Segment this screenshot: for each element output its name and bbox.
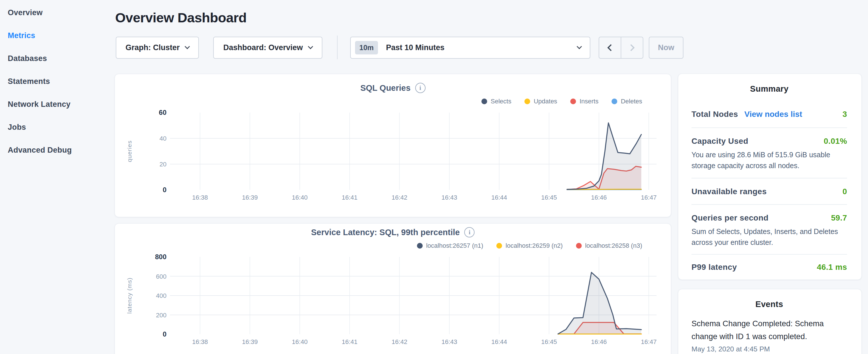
y-axis-tick-label: 60 <box>159 108 166 116</box>
qps-label: Queries per second <box>691 213 769 223</box>
x-axis-tick-label: 16:43 <box>441 194 457 201</box>
p99-latency-value: 46.1 ms <box>817 263 847 272</box>
x-axis-tick-label: 16:41 <box>342 338 358 345</box>
chart-title: Service Latency: SQL, 99th percentile <box>311 228 460 237</box>
chevron-down-icon <box>185 44 190 49</box>
legend-dot-icon <box>417 243 423 249</box>
summary-row-p99: P99 latency 46.1 ms <box>691 255 847 272</box>
toolbar-divider <box>337 35 338 59</box>
event-message[interactable]: Schema Change Completed: Schema change w… <box>691 317 847 343</box>
legend-dot-icon <box>496 243 502 249</box>
chevron-right-icon <box>627 44 634 51</box>
info-icon[interactable]: i <box>415 83 426 93</box>
dashboard-label: Dashboard: Overview <box>223 43 303 52</box>
x-axis-tick-label: 16:39 <box>242 194 258 201</box>
qps-description: Sum of Selects, Updates, Inserts, and De… <box>691 226 847 248</box>
x-axis-tick-label: 16:46 <box>591 194 607 201</box>
y-axis-title: latency (ms) <box>126 278 133 314</box>
sidebar-item-statements[interactable]: Statements <box>0 70 115 93</box>
x-axis-tick-label: 16:39 <box>242 338 258 345</box>
events-title: Events <box>691 289 847 309</box>
legend-label: Selects <box>491 98 511 105</box>
y-axis-tick-label: 0 <box>163 330 166 338</box>
time-window-badge: 10m <box>355 41 378 55</box>
y-axis-title: queries <box>126 140 133 162</box>
x-axis-tick-label: 16:38 <box>192 338 208 345</box>
time-range-label: Past 10 Minutes <box>386 43 578 52</box>
qps-value: 59.7 <box>831 213 847 223</box>
time-back-button[interactable] <box>599 37 621 58</box>
chevron-down-icon <box>577 44 582 49</box>
sidebar-item-overview[interactable]: Overview <box>0 1 115 24</box>
x-axis-tick-label: 16:40 <box>292 338 308 345</box>
summary-row-capacity: Capacity Used 0.01% You are using 28.6 M… <box>691 128 847 179</box>
sidebar-item-jobs[interactable]: Jobs <box>0 116 115 139</box>
legend-dot-icon <box>576 243 582 249</box>
legend-label: Inserts <box>580 98 598 105</box>
graph-scope-label: Graph: Cluster <box>125 43 180 52</box>
chart-legend: SelectsUpdatesInsertsDeletes <box>115 97 642 106</box>
x-axis-tick-label: 16:40 <box>292 194 308 201</box>
p99-latency-label: P99 latency <box>691 263 737 272</box>
chart-legend: localhost:26257 (n1)localhost:26259 (n2)… <box>115 242 642 250</box>
legend-label: Deletes <box>621 98 642 105</box>
legend-item: localhost:26257 (n1) <box>417 242 483 250</box>
y-axis-tick-label: 800 <box>155 253 166 261</box>
time-forward-button[interactable] <box>621 37 643 58</box>
view-nodes-list-link[interactable]: View nodes list <box>744 110 802 119</box>
x-axis-tick-label: 16:43 <box>441 338 457 345</box>
legend-label: Updates <box>534 98 557 105</box>
total-nodes-value: 3 <box>842 110 847 119</box>
event-timestamp: May 13, 2020 at 4:45 PM <box>691 345 847 353</box>
legend-dot-icon <box>570 99 576 104</box>
sidebar-item-metrics[interactable]: Metrics <box>0 24 115 47</box>
legend-item: localhost:26259 (n2) <box>496 242 562 250</box>
x-axis-tick-label: 16:42 <box>392 338 407 345</box>
total-nodes-label: Total Nodes <box>691 110 738 119</box>
x-axis-tick-label: 16:45 <box>541 338 557 345</box>
x-axis-tick-label: 16:42 <box>392 194 407 201</box>
capacity-used-label: Capacity Used <box>691 137 748 146</box>
dashboard-dropdown[interactable]: Dashboard: Overview <box>213 37 322 59</box>
legend-dot-icon <box>482 99 487 104</box>
y-axis-tick-label: 20 <box>160 161 166 168</box>
legend-item: localhost:26258 (n3) <box>576 242 642 250</box>
legend-item: Updates <box>524 98 557 105</box>
legend-label: localhost:26259 (n2) <box>505 242 562 250</box>
sql-queries-chart-card: SQL Queries i SelectsUpdatesInsertsDelet… <box>115 74 671 217</box>
chevron-down-icon <box>308 44 313 49</box>
legend-dot-icon <box>612 99 617 104</box>
x-axis-tick-label: 16:44 <box>491 338 507 345</box>
summary-panel: Summary Total Nodes View nodes list 3 Ca… <box>678 74 862 280</box>
legend-item: Inserts <box>570 98 598 105</box>
summary-title: Summary <box>691 74 847 94</box>
graph-scope-dropdown[interactable]: Graph: Cluster <box>116 37 199 59</box>
unavailable-ranges-label: Unavailable ranges <box>691 187 767 196</box>
sidebar-item-advanced-debug[interactable]: Advanced Debug <box>0 139 115 162</box>
summary-row-unavailable-ranges: Unavailable ranges 0 <box>691 179 847 205</box>
sidebar: Overview Metrics Databases Statements Ne… <box>0 1 115 162</box>
sql-queries-chart[interactable]: 16:3816:3916:4016:4116:4216:4316:4416:45… <box>121 106 665 205</box>
chevron-left-icon <box>607 44 614 51</box>
x-axis-tick-label: 16:46 <box>591 338 607 345</box>
y-axis-tick-label: 40 <box>160 135 166 142</box>
y-axis-tick-label: 400 <box>156 292 166 299</box>
legend-item: Deletes <box>612 98 642 105</box>
sidebar-item-databases[interactable]: Databases <box>0 47 115 70</box>
service-latency-chart[interactable]: 16:3816:3916:4016:4116:4216:4316:4416:45… <box>121 251 665 349</box>
legend-label: localhost:26258 (n3) <box>585 242 642 250</box>
capacity-used-value: 0.01% <box>824 137 847 146</box>
time-range-dropdown[interactable]: 10m Past 10 Minutes <box>350 37 590 59</box>
info-icon[interactable]: i <box>464 227 474 237</box>
x-axis-tick-label: 16:47 <box>641 338 656 345</box>
chart-title: SQL Queries <box>360 83 410 93</box>
x-axis-tick-label: 16:45 <box>541 194 557 201</box>
sidebar-item-network-latency[interactable]: Network Latency <box>0 93 115 116</box>
legend-dot-icon <box>524 99 530 104</box>
legend-label: localhost:26257 (n1) <box>426 242 483 250</box>
legend-item: Selects <box>482 98 511 105</box>
x-axis-tick-label: 16:44 <box>491 194 507 201</box>
x-axis-tick-label: 16:38 <box>192 194 208 201</box>
events-panel: Events Schema Change Completed: Schema c… <box>678 289 862 354</box>
now-button[interactable]: Now <box>649 37 683 59</box>
